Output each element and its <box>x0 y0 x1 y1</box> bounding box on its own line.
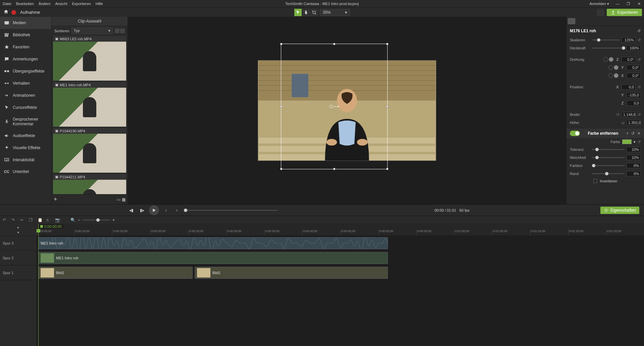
menu-aendern[interactable]: Ändern <box>39 2 50 6</box>
redo-icon[interactable]: ↷ <box>11 218 16 222</box>
selection-box[interactable] <box>281 44 388 169</box>
prev-marker-icon[interactable]: ‹ <box>162 207 170 214</box>
canvas-zoom-dropdown[interactable]: 35%▾ <box>320 9 350 16</box>
record-label[interactable]: Aufnahme <box>20 10 40 15</box>
zoom-out-icon[interactable]: − <box>78 218 80 222</box>
login-menu[interactable]: Anmelden ▾ <box>589 2 609 6</box>
rotate-icon[interactable] <box>614 73 618 78</box>
clip-thumbnail[interactable] <box>53 180 126 194</box>
position-z-value[interactable]: 0,0 <box>627 100 641 106</box>
sort-asc-icon[interactable] <box>115 29 119 33</box>
sidebar-item-cc[interactable]: CCUntertitel <box>0 166 51 177</box>
reset-fx-icon[interactable]: ↺ <box>631 131 635 136</box>
sidebar-item-uebergang[interactable]: Übergangseffekte <box>0 65 51 77</box>
maximize-icon[interactable]: ❐ <box>626 1 631 6</box>
rotate-ccw-icon[interactable] <box>609 57 613 62</box>
track-label[interactable]: Spur 2 <box>0 251 36 265</box>
play-button[interactable] <box>149 205 159 215</box>
copy-icon[interactable]: ❐ <box>29 218 34 222</box>
playhead-time[interactable]: 0;00;00;00 <box>39 224 63 228</box>
media-clip[interactable]: ▣ME1 Intro roh.MP4 <box>53 82 126 127</box>
rotate-icon[interactable] <box>614 65 618 70</box>
rotation-handle-icon[interactable] <box>330 105 339 108</box>
invert-checkbox[interactable] <box>593 179 597 183</box>
collapse-tracks-icon[interactable]: ▾ <box>17 231 19 234</box>
canvas[interactable] <box>128 17 566 204</box>
pan-tool-icon[interactable] <box>302 9 310 16</box>
timeline-area[interactable]: 0;00;00;00 0:00:05;000:00:10;000:00:15;0… <box>36 224 644 346</box>
timeline-clip[interactable]: Bild1 <box>38 267 193 279</box>
color-dropdown-icon[interactable]: ▾ <box>634 140 636 144</box>
opacity-slider[interactable] <box>592 48 625 48</box>
record-icon[interactable] <box>11 10 16 15</box>
properties-button[interactable]: Eigenschaften <box>600 207 639 214</box>
cut-icon[interactable]: ✂ <box>20 218 25 222</box>
split-icon[interactable]: ⎋ <box>46 218 51 222</box>
sort-desc-icon[interactable] <box>120 29 125 33</box>
add-fx-icon[interactable]: + <box>626 131 629 136</box>
sidebar-item-audio[interactable]: Audioeffekte <box>0 130 51 142</box>
rotation-x-value[interactable]: 0,0° <box>627 73 641 78</box>
clip-thumbnail[interactable] <box>53 134 126 173</box>
clip-thumbnail[interactable] <box>53 42 126 81</box>
edge-value[interactable]: 0% <box>627 171 641 176</box>
fx-toggle[interactable] <box>570 131 580 136</box>
hue-value[interactable]: 0% <box>627 163 641 168</box>
reset-icon[interactable]: ↺ <box>638 57 641 62</box>
sidebar-item-visuelle[interactable]: Visuelle Effekte <box>0 142 51 154</box>
clip-thumbnail[interactable] <box>53 88 126 127</box>
rotate-cw-icon[interactable] <box>603 57 608 62</box>
sidebar-item-interaktiv[interactable]: Interaktivität <box>0 154 51 166</box>
sidebar-item-anmerkungen[interactable]: Anmerkungen <box>0 53 51 65</box>
timeline-zoom-slider[interactable] <box>83 220 110 220</box>
sidebar-item-animationen[interactable]: Animationen <box>0 89 51 101</box>
position-y-value[interactable]: -135,0 <box>627 92 641 98</box>
reset-icon[interactable]: ↺ <box>638 140 641 144</box>
media-view-icons[interactable]: ▭▦ <box>117 197 126 202</box>
crop-tool-icon[interactable] <box>310 9 318 16</box>
softness-slider[interactable] <box>592 157 625 158</box>
canvas-preview[interactable] <box>258 60 436 161</box>
position-x-value[interactable]: 0,0 <box>622 84 636 90</box>
next-marker-icon[interactable]: › <box>173 207 181 214</box>
tolerance-slider[interactable] <box>592 149 625 150</box>
tolerance-value[interactable]: 10% <box>627 147 641 152</box>
export-button[interactable]: Exportieren <box>607 9 642 16</box>
paste-icon[interactable]: 📋 <box>38 218 42 222</box>
media-clip[interactable]: ▣P1044190.MP4 <box>53 128 126 173</box>
reset-all-icon[interactable]: ↺ <box>637 29 641 33</box>
sidebar-item-cursor[interactable]: Cursoreffekte <box>0 101 51 114</box>
download-icon[interactable] <box>597 9 604 16</box>
width-value[interactable]: 1.148,6 <box>622 112 636 117</box>
close-icon[interactable]: ✕ <box>637 1 641 6</box>
add-media-button[interactable]: + <box>54 196 57 203</box>
menu-ansicht[interactable]: Ansicht <box>55 2 67 6</box>
add-track-icon[interactable]: + <box>17 225 19 230</box>
sort-dropdown[interactable]: Typ▾ <box>71 28 113 34</box>
link-icon[interactable]: ⊔ <box>622 121 625 125</box>
menu-exportieren[interactable]: Exportieren <box>72 2 91 6</box>
remove-fx-icon[interactable]: ✕ <box>637 131 641 136</box>
zoom-icon[interactable]: 🔍 <box>70 218 75 222</box>
zoom-in-icon[interactable]: + <box>112 218 115 222</box>
softness-value[interactable]: 10% <box>627 155 641 160</box>
height-value[interactable]: 1.350,0 <box>627 120 641 125</box>
timeline-clip[interactable]: ME1 Intro roh <box>38 252 388 264</box>
menu-datei[interactable]: Datei <box>3 2 11 6</box>
snapshot-icon[interactable]: 📷 <box>55 218 60 222</box>
props-tab-video-icon[interactable] <box>568 18 575 24</box>
rotate-icon[interactable] <box>608 73 613 78</box>
menu-bearbeiten[interactable]: Bearbeiten <box>16 2 34 6</box>
sidebar-item-favoriten[interactable]: Favoriten <box>0 41 51 53</box>
playback-slider[interactable] <box>184 210 278 211</box>
minimize-icon[interactable]: — <box>615 1 620 6</box>
sidebar-item-verhalten[interactable]: Verhalten <box>0 77 51 89</box>
hue-slider[interactable] <box>592 165 625 166</box>
rotate-icon[interactable] <box>608 65 613 70</box>
playhead[interactable] <box>38 224 39 346</box>
next-frame-icon[interactable]: ▮▸ <box>138 207 146 214</box>
sidebar-item-commentary[interactable]: Gesprochener Kommentar <box>0 114 51 130</box>
reset-icon[interactable]: ↺ <box>638 113 641 117</box>
sidebar-item-medien[interactable]: Medien <box>0 17 51 29</box>
track-label[interactable]: Spur 3 <box>0 236 36 251</box>
